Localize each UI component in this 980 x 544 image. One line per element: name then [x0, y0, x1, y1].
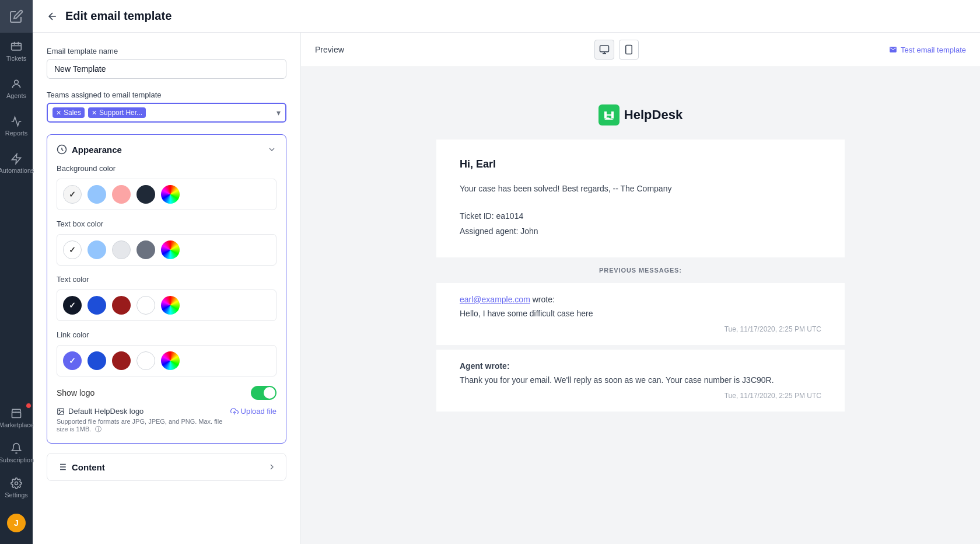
svg-rect-3	[12, 412, 21, 417]
sidebar-logo	[0, 0, 33, 33]
info-icon: ⓘ	[95, 426, 102, 433]
textbox-color-rainbow[interactable]	[161, 240, 180, 259]
link-color-row	[57, 345, 276, 376]
helpdesk-logo-icon	[598, 104, 620, 125]
textbox-color-blue[interactable]	[88, 240, 106, 259]
user-avatar[interactable]: J	[0, 507, 33, 539]
teams-chevron-icon: ▾	[276, 108, 281, 117]
email-icon	[889, 46, 897, 54]
right-panel: Preview	[301, 33, 980, 544]
content-section[interactable]: Content	[47, 453, 286, 481]
upload-file-button[interactable]: Upload file	[230, 407, 276, 416]
sidebar-item-tickets[interactable]: Tickets	[0, 33, 33, 70]
svg-rect-15	[600, 46, 608, 52]
sidebar-item-reports[interactable]: Reports	[0, 107, 33, 145]
tickets-icon	[10, 41, 22, 53]
text-color-darkred[interactable]	[112, 296, 131, 315]
remove-support-tag[interactable]: ✕	[92, 109, 97, 117]
sidebar-item-marketplace[interactable]: Marketplace	[0, 402, 33, 434]
upload-label: Upload file	[241, 407, 276, 416]
link-color-navy[interactable]	[88, 351, 106, 370]
test-email-label: Test email template	[901, 46, 966, 54]
template-name-label: Email template name	[47, 47, 286, 55]
test-email-button[interactable]: Test email template	[889, 46, 966, 54]
team-tag-support[interactable]: ✕ Support Her...	[88, 107, 146, 118]
show-logo-toggle[interactable]	[251, 386, 276, 400]
sidebar-label-automations: Automations	[0, 167, 34, 174]
logo-hint: Supported file formats are JPG, JPEG, an…	[57, 418, 226, 434]
sidebar-label-reports: Reports	[5, 130, 28, 137]
link-color-white[interactable]	[136, 351, 155, 370]
sidebar-item-automations[interactable]: Automations	[0, 145, 33, 182]
preview-header: Preview	[301, 33, 980, 67]
svg-point-7	[59, 410, 60, 411]
text-color-black[interactable]	[63, 296, 82, 315]
team-tag-sales[interactable]: ✕ Sales	[52, 107, 85, 118]
sidebar-label-marketplace: Marketplace	[0, 421, 34, 428]
link-color-indigo[interactable]	[63, 351, 82, 370]
message-time-1: Tue, 11/17/2020, 2:25 PM UTC	[460, 392, 821, 400]
appearance-chevron-icon[interactable]	[267, 145, 276, 154]
subscription-icon	[10, 442, 22, 454]
text-color-rainbow[interactable]	[161, 296, 180, 315]
textbox-color-lightgray[interactable]	[112, 240, 131, 259]
teams-group: Teams assigned to email template ✕ Sales…	[47, 90, 286, 123]
bg-color-blue[interactable]	[88, 185, 106, 204]
message-card-0: earl@example.com wrote: Hello, I have so…	[436, 283, 845, 345]
avatar-circle: J	[7, 514, 26, 532]
bg-color-pink[interactable]	[112, 185, 131, 204]
message-card-1: Agent wrote: Thank you for your email. W…	[436, 350, 845, 412]
content-title: Content	[57, 462, 105, 472]
remove-sales-tag[interactable]: ✕	[56, 109, 61, 117]
textbox-color-label: Text box color	[57, 219, 276, 228]
message-sender-1: Agent wrote:	[460, 361, 821, 371]
sidebar: Tickets Agents Reports Automations Marke…	[0, 0, 33, 544]
helpdesk-logo: HelpDesk	[598, 104, 682, 125]
text-color-white[interactable]	[136, 296, 155, 315]
sender-email-link-0[interactable]: earl@example.com	[460, 295, 530, 304]
template-name-input[interactable]	[47, 59, 286, 79]
svg-rect-0	[12, 43, 22, 50]
link-color-rainbow[interactable]	[161, 351, 180, 370]
sidebar-item-agents[interactable]: Agents	[0, 70, 33, 107]
marketplace-icon	[10, 407, 22, 419]
upload-icon	[230, 407, 239, 416]
svg-marker-2	[12, 154, 21, 164]
text-color-blue[interactable]	[88, 296, 106, 315]
helpdesk-logo-text: HelpDesk	[624, 107, 682, 123]
bg-color-white[interactable]	[63, 185, 82, 204]
svg-point-4	[15, 482, 18, 485]
content-area: Email template name Teams assigned to em…	[33, 33, 980, 544]
email-logo-bar: HelpDesk	[436, 90, 845, 140]
mobile-preview-button[interactable]	[619, 40, 639, 60]
bg-color-black[interactable]	[136, 185, 155, 204]
sender-suffix-0: wrote:	[533, 295, 555, 304]
email-main-card: Hi, Earl Your case has been solved! Best…	[436, 140, 845, 257]
email-assigned-agent: Assigned agent: John	[460, 224, 821, 239]
teams-label: Teams assigned to email template	[47, 90, 286, 99]
back-button[interactable]	[47, 11, 58, 22]
sidebar-item-subscription[interactable]: Subscription	[0, 437, 33, 469]
textbox-color-gray[interactable]	[136, 240, 155, 259]
sidebar-label-tickets: Tickets	[6, 55, 26, 62]
logo-hint-text: Supported file formats are JPG, JPEG, an…	[57, 418, 222, 433]
logo-upload-row: Default HelpDesk logo Supported file for…	[57, 407, 276, 434]
text-color-row	[57, 290, 276, 321]
link-color-darkred[interactable]	[112, 351, 131, 370]
message-text-0: Hello, I have some difficult case here	[460, 309, 821, 318]
bg-color-rainbow[interactable]	[161, 185, 180, 204]
prev-messages-label: PREVIOUS MESSAGES:	[436, 257, 845, 283]
image-icon	[57, 407, 65, 416]
teams-select[interactable]: ✕ Sales ✕ Support Her... ▾	[47, 103, 286, 123]
sidebar-bottom: Marketplace Subscription Settings J	[0, 402, 33, 544]
svg-point-1	[15, 80, 19, 84]
textbox-color-white[interactable]	[63, 240, 82, 259]
desktop-preview-button[interactable]	[594, 40, 614, 60]
message-text-1: Thank you for your email. We'll reply as…	[460, 375, 821, 385]
sidebar-label-subscription: Subscription	[0, 456, 34, 463]
sidebar-item-settings[interactable]: Settings	[0, 472, 33, 504]
show-logo-row: Show logo	[57, 386, 276, 400]
preview-controls	[594, 40, 639, 60]
appearance-title: Appearance	[57, 144, 122, 155]
email-meta: Ticket ID: ea1014 Assigned agent: John	[460, 209, 821, 238]
